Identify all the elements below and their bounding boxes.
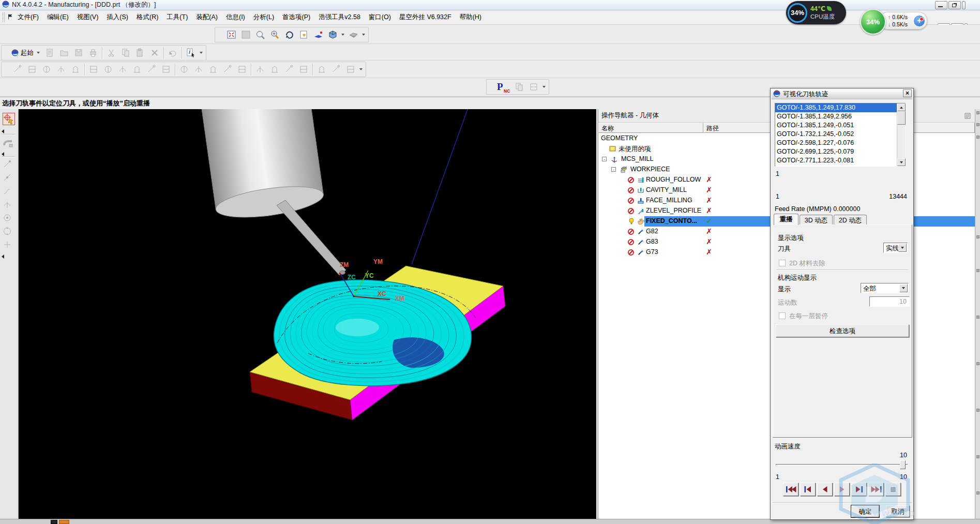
- tree-expander[interactable]: -: [611, 167, 616, 172]
- dropdown-arrow-icon[interactable]: [542, 86, 546, 88]
- menu-item-4[interactable]: 格式(R): [133, 11, 162, 24]
- goto-list-item[interactable]: GOTO/-1.385,1.249,17.830: [775, 103, 897, 112]
- flyout-arrow-icon[interactable]: [2, 129, 4, 133]
- copy-icon[interactable]: [118, 46, 133, 59]
- taskbar-item[interactable]: [59, 520, 69, 524]
- insert-tool-icon[interactable]: [86, 63, 101, 76]
- render-style-icon[interactable]: [346, 28, 360, 41]
- snap-quadrant-icon[interactable]: [3, 200, 12, 211]
- snap-point-button[interactable]: [3, 113, 15, 127]
- cls-output-icon[interactable]: [526, 80, 541, 94]
- snap-arc-center-icon[interactable]: [3, 213, 12, 224]
- menu-item-11[interactable]: 窗口(O): [365, 11, 395, 24]
- play-forward-button[interactable]: [834, 483, 850, 496]
- insert-tool-icon[interactable]: [159, 63, 173, 76]
- taskbar-item[interactable]: [51, 520, 57, 524]
- save-icon[interactable]: [71, 46, 86, 59]
- open-icon[interactable]: [57, 46, 71, 59]
- goto-list-item[interactable]: GOTO/-2.598,1.227,-0.076: [775, 139, 897, 147]
- flyout-arrow-icon[interactable]: [2, 254, 4, 259]
- menu-item-5[interactable]: 工具(T): [163, 11, 191, 24]
- navigator-pin-icon[interactable]: [964, 113, 971, 119]
- viewport-3d[interactable]: ZMYMZCYCXCXM: [19, 109, 596, 519]
- snap-endpoint-icon[interactable]: [3, 159, 12, 170]
- pan-icon[interactable]: [296, 28, 311, 41]
- rotate-icon[interactable]: [282, 28, 296, 41]
- goto-list-item[interactable]: GOTO/-2.771,1.223,-0.081: [775, 156, 897, 165]
- flyout-arrow-icon[interactable]: [2, 152, 4, 156]
- scroll-down-button[interactable]: [897, 158, 906, 166]
- play-backward-button[interactable]: [817, 483, 833, 496]
- edge-tab-icon[interactable]: [976, 136, 979, 139]
- menu-item-9[interactable]: 首选项(P): [279, 11, 314, 24]
- menu-item-10[interactable]: 浩强工具v2.58: [315, 11, 364, 24]
- dropdown-arrow-icon[interactable]: [359, 68, 363, 70]
- edge-tab-icon[interactable]: [976, 269, 979, 272]
- zoom-icon[interactable]: [253, 28, 267, 41]
- network-speed-gadget[interactable]: 34% ↑ 0.6K/s ↓ 0.5K/s +: [879, 12, 927, 29]
- check-options-button[interactable]: 检查选项: [776, 324, 909, 337]
- start-button[interactable]: 起始: [10, 46, 42, 59]
- insert-tool-icon[interactable]: [115, 63, 130, 76]
- insert-tool-icon[interactable]: [130, 63, 144, 76]
- insert-tool-icon[interactable]: [314, 63, 329, 76]
- goto-list-item[interactable]: GOTO/-1.732,1.245,-0.052: [775, 130, 897, 139]
- print-icon[interactable]: [86, 46, 100, 59]
- menu-item-12[interactable]: 星空外挂 V6.932F: [396, 11, 455, 24]
- tab-3d-dynamic[interactable]: 3D 动态: [800, 215, 833, 225]
- insert-tool-icon[interactable]: [144, 63, 159, 76]
- insert-tool-icon[interactable]: [206, 63, 220, 76]
- show-combo[interactable]: 全部: [861, 283, 909, 293]
- stop-button[interactable]: [885, 483, 901, 496]
- motion-count-field[interactable]: 10: [869, 296, 910, 307]
- pause-each-level-checkbox[interactable]: [779, 312, 786, 319]
- insert-tool-icon[interactable]: [329, 63, 343, 76]
- speed-slider-track[interactable]: [776, 464, 908, 466]
- dialog-title-bar[interactable]: 可视化刀轨轨迹: [772, 89, 912, 99]
- scroll-thumb[interactable]: [897, 111, 906, 125]
- tool-display-combo[interactable]: 实线: [883, 243, 908, 253]
- dropdown-arrow-icon[interactable]: [362, 34, 365, 36]
- insert-tool-icon[interactable]: [220, 63, 235, 76]
- insert-tool-icon[interactable]: [343, 63, 358, 76]
- goto-list-scrollbar[interactable]: [897, 103, 905, 166]
- information-icon[interactable]: i: [184, 46, 198, 59]
- edge-tab-icon[interactable]: [976, 235, 979, 238]
- menu-item-13[interactable]: 帮助(H): [456, 11, 485, 24]
- minimize-button[interactable]: [935, 1, 947, 9]
- menu-item-7[interactable]: 信息(I): [222, 11, 249, 24]
- insert-tool-icon[interactable]: [25, 63, 39, 76]
- edge-tab-icon[interactable]: [976, 123, 979, 126]
- fast-forward-to-end-button[interactable]: [868, 483, 884, 496]
- edge-tab-icon[interactable]: [976, 455, 979, 458]
- edge-tab-icon[interactable]: [976, 409, 979, 412]
- speed-slider-thumb[interactable]: [900, 460, 906, 469]
- goto-event-list[interactable]: GOTO/-1.385,1.249,17.830GOTO/-1.385,1.24…: [775, 103, 906, 167]
- zoom-box-icon[interactable]: [238, 28, 253, 41]
- material-removal-checkbox[interactable]: [779, 260, 786, 266]
- menu-item-8[interactable]: 分析(L): [250, 11, 278, 24]
- add-button[interactable]: +: [914, 16, 925, 26]
- selection-tool-icon[interactable]: [3, 138, 14, 151]
- fit-view-icon[interactable]: [224, 28, 238, 41]
- insert-tool-icon[interactable]: [68, 63, 83, 76]
- dialog-close-button[interactable]: ×: [903, 89, 912, 97]
- zoom-in-icon[interactable]: [267, 28, 282, 41]
- menu-item-0[interactable]: 文件(F): [14, 11, 42, 24]
- snap-circle-icon[interactable]: [3, 227, 12, 237]
- edge-tab-icon[interactable]: [976, 111, 979, 114]
- insert-tool-icon[interactable]: [235, 63, 249, 76]
- goto-list-item[interactable]: GOTO/-2.699,1.225,-0.079: [775, 147, 897, 156]
- goto-list-item[interactable]: GOTO/-1.385,1.249,-0.051: [775, 121, 897, 130]
- insert-tool-icon[interactable]: [267, 63, 282, 76]
- edge-tab-icon[interactable]: [976, 362, 979, 365]
- snap-on-curve-icon[interactable]: [3, 186, 12, 197]
- step-back-button[interactable]: [800, 483, 816, 496]
- new-part-icon[interactable]: [42, 46, 57, 59]
- tab-2d-dynamic[interactable]: 2D 动态: [834, 215, 867, 225]
- edge-tab-icon[interactable]: [976, 316, 979, 319]
- insert-tool-icon[interactable]: [296, 63, 311, 76]
- delete-icon[interactable]: [147, 46, 162, 59]
- column-header-name[interactable]: 名称: [598, 123, 703, 133]
- insert-tool-icon[interactable]: [54, 63, 68, 76]
